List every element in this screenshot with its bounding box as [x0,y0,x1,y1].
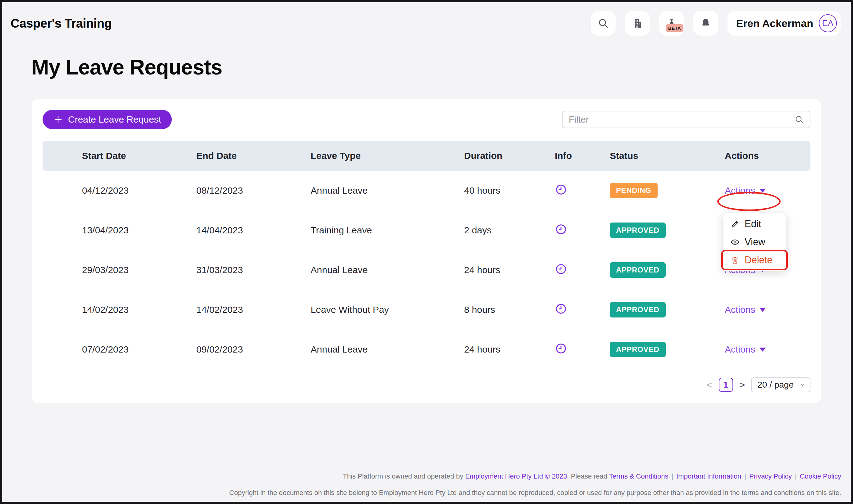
app-title: Casper's Training [11,16,112,31]
avatar: EA [819,14,837,32]
column-status: Status [610,150,725,161]
company-button[interactable] [625,11,650,36]
next-page-button[interactable]: > [739,379,745,391]
beta-features-button[interactable]: BETA [659,11,684,36]
column-duration: Duration [464,150,555,161]
table-row: 29/03/2023 31/03/2023 Annual Leave 24 ho… [42,250,811,290]
end-date-cell: 31/03/2023 [196,265,311,275]
search-button[interactable] [591,11,616,36]
actions-dropdown-trigger[interactable]: Actions [725,185,766,196]
footer-line2: Copyright in the documents on this site … [229,489,841,497]
table-header-row: Start Date End Date Leave Type Duration … [42,141,811,171]
filter-box [562,111,811,128]
leave-requests-page: { "app": { "title": "Casper's Training" … [0,0,853,504]
pagination: < 1 > 20 / page [42,377,811,392]
employment-hero-link[interactable]: Employment Hero Pty Ltd © 2023 [465,472,567,480]
actions-dropdown-trigger[interactable]: Actions [725,344,766,355]
leave-type-cell: Annual Leave [311,344,464,355]
plus-icon [53,114,63,124]
clock-info-icon[interactable] [555,303,567,315]
start-date-cell: 07/02/2023 [42,344,196,355]
table-row: 04/12/2023 08/12/2023 Annual Leave 40 ho… [42,171,811,211]
status-badge: PENDING [610,183,658,198]
topbar-actions: BETA Eren Ackerman EA [591,11,840,36]
table-row: 13/04/2023 14/04/2023 Training Leave 2 d… [42,211,811,250]
user-menu[interactable]: Eren Ackerman EA [728,11,840,36]
footer-line1: This Platform is owned and operated by E… [229,472,841,481]
menu-item-delete[interactable]: Delete [724,251,786,269]
search-icon [597,17,609,29]
column-actions: Actions [725,150,811,161]
eye-icon [730,237,739,247]
actions-dropdown-menu: Edit View Delete [724,213,786,271]
start-date-cell: 13/04/2023 [42,225,196,236]
filter-search-icon[interactable] [794,114,804,124]
site-footer: This Platform is owned and operated by E… [229,472,841,497]
company-icon [631,17,643,29]
card-toolbar: Create Leave Request [42,110,811,129]
status-badge: APPROVED [610,222,666,238]
duration-cell: 24 hours [464,344,555,355]
leave-type-cell: Annual Leave [311,185,464,196]
duration-cell: 8 hours [464,304,555,315]
duration-cell: 40 hours [464,185,555,196]
user-name: Eren Ackerman [736,17,813,30]
column-end-date: End Date [196,150,311,161]
important-information-link[interactable]: Important Information [676,472,741,480]
page-size-select[interactable]: 20 / page [751,377,811,392]
create-leave-request-label: Create Leave Request [68,114,161,125]
page-size-value: 20 / page [757,380,794,390]
pencil-icon [730,219,739,229]
end-date-cell: 14/04/2023 [196,225,311,236]
clock-info-icon[interactable] [555,223,567,236]
leave-type-cell: Training Leave [311,225,464,236]
status-badge: APPROVED [610,302,666,318]
leave-type-cell: Leave Without Pay [311,304,464,315]
create-leave-request-button[interactable]: Create Leave Request [42,110,172,129]
table-row: 14/02/2023 14/02/2023 Leave Without Pay … [42,290,811,329]
table-row: 07/02/2023 09/02/2023 Annual Leave 24 ho… [42,329,811,369]
duration-cell: 2 days [464,225,555,236]
column-leave-type: Leave Type [311,150,464,161]
privacy-policy-link[interactable]: Privacy Policy [749,472,792,480]
leave-requests-card: Create Leave Request Start Date End Date… [32,99,821,403]
current-page-button[interactable]: 1 [719,378,733,392]
column-info: Info [555,150,610,161]
start-date-cell: 29/03/2023 [42,265,196,275]
beta-badge: BETA [666,24,683,32]
filter-input[interactable] [569,114,794,125]
previous-page-button[interactable]: < [707,379,713,391]
topbar: Casper's Training BETA Eren Ackerman EA [2,2,851,36]
caret-down-icon [760,189,766,193]
clock-info-icon[interactable] [555,183,567,196]
end-date-cell: 14/02/2023 [196,304,311,315]
chevron-down-icon [799,381,806,388]
leave-type-cell: Annual Leave [311,265,464,275]
actions-dropdown-trigger[interactable]: Actions [725,304,766,315]
duration-cell: 24 hours [464,265,555,275]
caret-down-icon [760,347,766,352]
clock-info-icon[interactable] [555,263,567,275]
end-date-cell: 09/02/2023 [196,344,311,355]
clock-info-icon[interactable] [555,342,567,355]
start-date-cell: 04/12/2023 [42,185,196,196]
start-date-cell: 14/02/2023 [42,304,196,315]
menu-item-view[interactable]: View [724,233,786,251]
notifications-button[interactable] [693,11,718,36]
menu-item-edit[interactable]: Edit [724,215,786,233]
column-start-date: Start Date [42,150,196,161]
end-date-cell: 08/12/2023 [196,185,311,196]
caret-down-icon [760,308,766,312]
bell-icon [700,17,712,29]
terms-conditions-link[interactable]: Terms & Conditions [609,472,668,480]
status-badge: APPROVED [610,262,666,278]
cookie-policy-link[interactable]: Cookie Policy [800,472,841,480]
page-title: My Leave Requests [31,55,851,79]
trash-icon [730,255,739,265]
status-badge: APPROVED [610,342,666,357]
